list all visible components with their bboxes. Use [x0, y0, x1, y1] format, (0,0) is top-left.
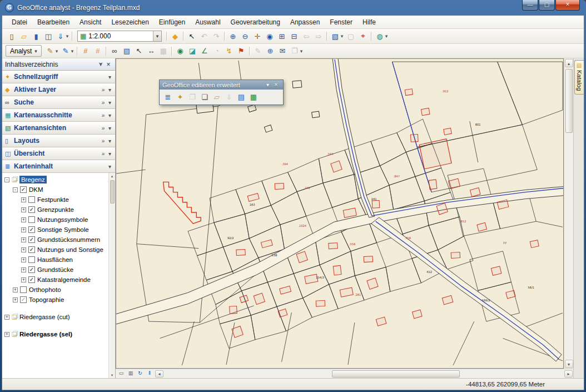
tree-expander[interactable] [4, 315, 9, 320]
tree-expander[interactable] [4, 332, 9, 337]
tree-row[interactable]: Festpunkte [2, 195, 108, 205]
angle-icon[interactable]: ∠ [198, 46, 211, 57]
fixed-zoom-out-icon[interactable]: ⊟ [288, 31, 300, 42]
layer-label[interactable]: Grenzpunkte [37, 206, 74, 213]
titlebar[interactable]: G GeoOffice analyst - Bregenz Teilplan.m… [2, 0, 584, 15]
close-icon[interactable]: × [105, 61, 112, 68]
tree-expander[interactable] [13, 297, 18, 302]
chevron-down-icon[interactable]: ▾ [108, 163, 112, 170]
tree-row[interactable]: Bregenz [2, 175, 108, 185]
menu-item[interactable]: Einfügen [154, 17, 190, 28]
layer-checkbox[interactable] [28, 206, 35, 213]
menu-item[interactable]: Ansicht [75, 17, 106, 28]
flag-icon[interactable]: ⚑ [235, 46, 247, 57]
chevron-down-icon[interactable]: » ▾ [102, 138, 112, 144]
chevron-down-icon[interactable]: ▾ [153, 31, 161, 41]
editor-stack-icon[interactable]: ▤ [235, 92, 247, 103]
close-button[interactable]: × [555, 0, 580, 11]
layer-label[interactable]: Hausflächen [37, 256, 73, 263]
layer-checkbox[interactable] [28, 236, 35, 243]
menu-item[interactable]: Bearbeiten [32, 17, 75, 28]
scale-value[interactable]: 1:2.000 [88, 32, 153, 40]
tree-expander[interactable] [13, 287, 18, 292]
menu-item[interactable]: Datei [7, 17, 32, 28]
scrollbar-track[interactable] [164, 370, 564, 378]
dropdown-caret-icon[interactable]: ▾ [339, 31, 345, 42]
layer-label[interactable]: DKM [29, 186, 43, 193]
zoom-in-icon[interactable]: ⊕ [227, 31, 239, 42]
back-icon[interactable]: ⇦ [300, 31, 312, 42]
sidebar-section[interactable]: ▧ Kartenansichten » ▾ [2, 122, 115, 135]
hatch-edit-icon[interactable]: # [92, 46, 104, 57]
layer-checkbox[interactable] [28, 196, 35, 203]
tree-row[interactable]: Riedergasse (sel) [2, 329, 108, 339]
editor-page-icon[interactable]: ❏ [198, 92, 211, 103]
layer-checkbox[interactable] [28, 216, 35, 223]
chevron-down-icon[interactable]: ▾ [108, 74, 112, 80]
tree-row[interactable]: Sonstige Symbole [2, 225, 108, 235]
clear-selection-icon[interactable]: ▢ [345, 31, 357, 42]
scroll-up-icon[interactable]: ▴ [565, 59, 573, 67]
go-to-xy-icon[interactable]: ⌖ [357, 31, 369, 42]
sphere-icon[interactable]: ◉ [174, 46, 186, 57]
editor-folder-icon[interactable]: ▱ [211, 92, 223, 103]
measure-icon[interactable]: ↔ [145, 46, 157, 57]
layer-label[interactable]: Grundstücke [37, 266, 73, 273]
pause-drawing-button[interactable]: ‖ [145, 370, 154, 378]
data-view-button[interactable]: ▭ [117, 370, 126, 378]
sidebar-section[interactable]: ✦ Schnellzugriff ▾ [2, 71, 115, 83]
layer-label[interactable]: Riedergasse (cut) [19, 314, 70, 320]
floating-toolbar-titlebar[interactable]: GeoOffice editieren erweitert ▾ × [160, 80, 283, 90]
select-polygon-icon[interactable]: ▧ [121, 46, 133, 57]
callout-icon[interactable]: ✉ [276, 46, 289, 57]
tree-row[interactable]: DKM [2, 185, 108, 195]
tree-row[interactable]: Grundstücksnummern [2, 235, 108, 245]
floating-toolbar[interactable]: GeoOffice editieren erweitert ▾ × ≣✦❐❏▱⇓… [159, 80, 284, 105]
dropdown-caret-icon[interactable]: ▾ [54, 46, 59, 57]
tree-row[interactable]: Nutzungs und Sonstige [2, 245, 108, 255]
layer-label[interactable]: Bregenz [19, 176, 47, 183]
tree-row[interactable]: Katastralgemeinde [2, 275, 108, 285]
tree-expander[interactable] [4, 177, 9, 182]
sidebar-section[interactable]: ≣ Karteninhalt ▾ [2, 160, 115, 173]
copy-icon[interactable]: ❐ [289, 46, 301, 57]
layer-label[interactable]: Katastralgemeinde [37, 276, 91, 283]
layer-checkbox[interactable] [20, 186, 27, 193]
scroll-down-icon[interactable]: ▾ [111, 372, 113, 378]
scrollbar-thumb[interactable] [332, 370, 460, 378]
pin-icon[interactable]: ➤ [98, 61, 104, 68]
katalog-tab[interactable]: ▤ Katalog [574, 60, 584, 95]
layer-checkbox[interactable] [28, 246, 35, 253]
vertical-scrollbar[interactable]: ▴ ▾ [564, 58, 573, 369]
table-icon[interactable]: ▦ [157, 46, 170, 57]
tree-expander[interactable] [21, 217, 26, 222]
chevron-down-icon[interactable]: » ▾ [102, 100, 112, 106]
layout-view-button[interactable]: ▥ [126, 370, 135, 378]
tree-expander[interactable] [21, 197, 26, 202]
chevron-down-icon[interactable]: » ▾ [102, 151, 112, 157]
undo-icon[interactable]: ↶ [198, 31, 210, 42]
sidebar-section[interactable]: ◫ Übersicht » ▾ [2, 147, 115, 160]
layer-checkbox[interactable] [28, 226, 35, 233]
layer-label[interactable]: Topographie [29, 296, 64, 303]
tree-expander[interactable] [21, 267, 26, 272]
horizontal-scrollbar[interactable]: ◂ ▸ [155, 369, 573, 378]
print-icon[interactable]: ◫ [42, 31, 54, 42]
refresh-button[interactable]: ↻ [136, 370, 145, 378]
tree-expander[interactable] [13, 187, 18, 192]
zoom-selected-icon[interactable]: ⊕ [264, 46, 276, 57]
scroll-down-icon[interactable]: ▾ [565, 360, 573, 368]
tree-row[interactable]: Riedergasse (cut) [2, 312, 108, 322]
tree-expander[interactable] [21, 247, 26, 252]
editor-layers-icon[interactable]: ≣ [162, 92, 174, 103]
geooffice-tool-icon[interactable]: ◆ [169, 31, 181, 42]
layer-label[interactable]: Nutzungssymbole [37, 216, 88, 223]
chevron-down-icon[interactable]: » ▾ [102, 125, 112, 131]
scroll-right-icon[interactable]: ▸ [564, 370, 573, 378]
editor-table-icon[interactable]: ▦ [247, 92, 260, 103]
forward-icon[interactable]: ⇨ [312, 31, 325, 42]
menu-item[interactable]: Anpassen [285, 17, 325, 28]
menu-item[interactable]: Fenster [325, 17, 357, 28]
sidebar-section[interactable]: ▦ Kartenausschnitte » ▾ [2, 109, 115, 122]
minimize-button[interactable]: — [522, 0, 538, 11]
